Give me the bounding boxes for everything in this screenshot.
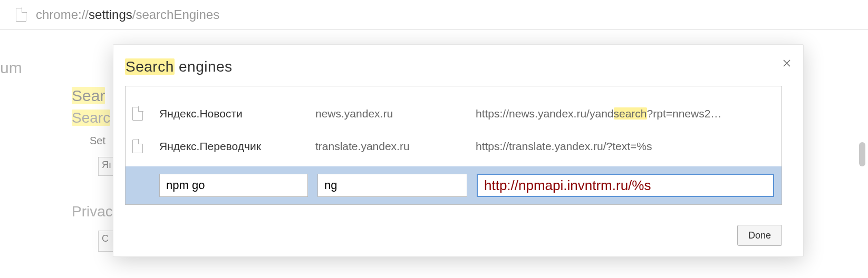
url-prefix: chrome:// (36, 7, 89, 22)
page-icon (16, 8, 26, 22)
engine-keyword: news.yandex.ru (315, 107, 476, 120)
scrollbar-thumb[interactable] (859, 142, 865, 166)
engine-url: https://news.yandex.ru/yandsearch?rpt=nn… (476, 107, 782, 120)
engine-name: Яндекс.Новости (159, 107, 315, 120)
section-privacy-label: Privac (72, 203, 113, 220)
search-engines-list[interactable]: Яндекс.Картинки images.yandex.ru https:/… (125, 86, 782, 205)
address-text: chrome://settings/searchEngines (16, 7, 219, 22)
section-search-fragment: Sear (72, 87, 105, 104)
engine-name: Яндекс.Переводчик (159, 140, 315, 153)
table-row[interactable]: Яндекс.Новости news.yandex.ru https://ne… (126, 99, 782, 128)
done-button[interactable]: Done (737, 225, 782, 246)
engine-url: https://translate.yandex.ru/?text=%s (476, 140, 782, 153)
url-host: settings (89, 7, 132, 22)
page-icon (132, 107, 143, 121)
add-engine-keyword-input[interactable] (317, 174, 467, 197)
close-icon[interactable] (780, 56, 794, 70)
page-icon (132, 140, 143, 153)
url-suffix: /searchEngines (132, 7, 219, 22)
dialog-title: Search engines (125, 58, 233, 75)
address-bar[interactable]: chrome://settings/searchEngines (0, 0, 868, 29)
table-row[interactable]: Яндекс.Переводчик translate.yandex.ru ht… (126, 132, 782, 161)
section-search-label: Searc (72, 110, 110, 126)
add-engine-row (126, 166, 782, 204)
table-row[interactable]: Яндекс.Картинки images.yandex.ru https:/… (126, 86, 782, 93)
engine-keyword: translate.yandex.ru (315, 140, 476, 153)
set-default-label: Set (90, 135, 105, 147)
left-nav-fragment: um (0, 59, 22, 77)
add-engine-url-input[interactable] (477, 174, 774, 197)
search-engines-dialog: Search engines Яндекс.Картинки images.ya… (113, 44, 804, 257)
add-engine-name-input[interactable] (159, 174, 308, 197)
